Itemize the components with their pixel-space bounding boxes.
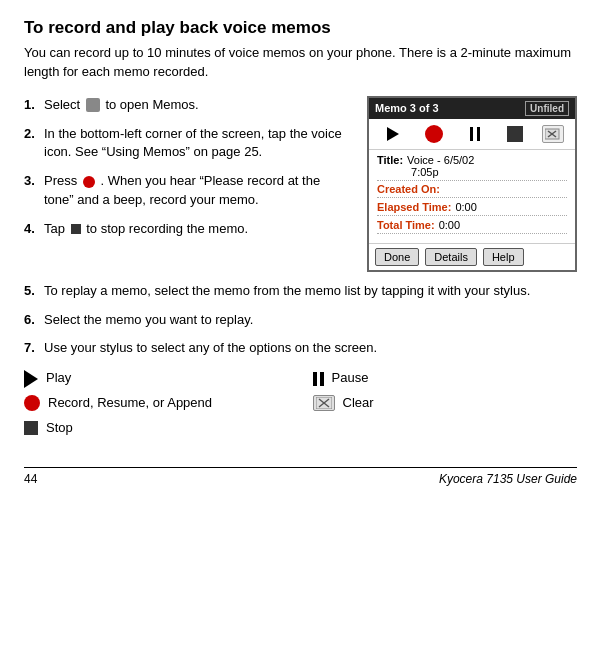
- svg-rect-1: [470, 127, 473, 141]
- device-footer: Done Details Help: [369, 243, 575, 270]
- play-legend-item: Play: [24, 368, 289, 389]
- step-1-num: 1.: [24, 96, 40, 115]
- clear-label: Clear: [343, 393, 374, 414]
- elapsed-row: Elapsed Time: 0:00: [377, 201, 567, 216]
- step-3-press: Press: [44, 173, 77, 188]
- record-legend-item: Record, Resume, or Append: [24, 393, 289, 414]
- clear-icon: [313, 395, 335, 411]
- pause-icon: [313, 371, 324, 387]
- help-button[interactable]: Help: [483, 248, 524, 266]
- step-7: 7. Use your stylus to select any of the …: [24, 339, 577, 358]
- created-label: Created On:: [377, 183, 440, 195]
- step-1-text-after: to open Memos.: [105, 97, 198, 112]
- stop-icon: [24, 421, 38, 435]
- step-4-tap: Tap: [44, 221, 65, 236]
- intro-text: You can record up to 10 minutes of voice…: [24, 44, 577, 82]
- step-5-num: 5.: [24, 282, 40, 301]
- created-row: Created On:: [377, 183, 567, 198]
- icon-legend: Play Pause Record, Resume, or Append Cle…: [24, 368, 577, 438]
- content-area: 1. Select to open Memos. 2. In the botto…: [24, 96, 577, 272]
- step-1: 1. Select to open Memos.: [24, 96, 349, 115]
- step-2-num: 2.: [24, 125, 40, 163]
- step-6-num: 6.: [24, 311, 40, 330]
- stop-button[interactable]: [507, 126, 523, 142]
- clear-legend-item: Clear: [313, 393, 578, 414]
- record-label: Record, Resume, or Append: [48, 393, 212, 414]
- step-1-text-before: Select: [44, 97, 80, 112]
- step-6: 6. Select the memo you want to replay.: [24, 311, 577, 330]
- page-footer: 44 Kyocera 7135 User Guide: [24, 467, 577, 486]
- step-4-text-after: to stop recording the memo.: [86, 221, 248, 236]
- play-icon: [24, 370, 38, 388]
- page-title: To record and play back voice memos: [24, 18, 577, 38]
- memo-icon: [86, 98, 100, 112]
- done-button[interactable]: Done: [375, 248, 419, 266]
- pause-label: Pause: [332, 368, 369, 389]
- stop-label: Stop: [46, 418, 73, 439]
- device-header: Memo 3 of 3 Unfiled: [369, 98, 575, 119]
- elapsed-label: Elapsed Time:: [377, 201, 451, 213]
- title-value: Voice - 6/5/02 7:05p: [407, 154, 474, 178]
- elapsed-value: 0:00: [455, 201, 476, 213]
- svg-marker-0: [387, 127, 399, 141]
- clear-button[interactable]: [542, 125, 564, 143]
- step-3-num: 3.: [24, 172, 40, 210]
- device-header-title: Memo 3 of 3: [375, 102, 439, 114]
- step-3: 3. Press . When you hear “Please record …: [24, 172, 349, 210]
- title-row: Title: Voice - 6/5/02 7:05p: [377, 154, 567, 181]
- details-button[interactable]: Details: [425, 248, 477, 266]
- svg-rect-2: [477, 127, 480, 141]
- lower-steps: 5. To replay a memo, select the memo fro…: [24, 282, 577, 359]
- step-7-num: 7.: [24, 339, 40, 358]
- total-label: Total Time:: [377, 219, 435, 231]
- step-4-num: 4.: [24, 220, 40, 239]
- total-row: Total Time: 0:00: [377, 219, 567, 234]
- page-number: 44: [24, 472, 37, 486]
- device-controls: [369, 119, 575, 150]
- play-label: Play: [46, 368, 71, 389]
- step-5: 5. To replay a memo, select the memo fro…: [24, 282, 577, 301]
- step-4-text: Tap to stop recording the memo.: [44, 220, 349, 239]
- step-2: 2. In the bottom-left corner of the scre…: [24, 125, 349, 163]
- step-7-text: Use your stylus to select any of the opt…: [44, 339, 577, 358]
- step-3-text: Press . When you hear “Please record at …: [44, 172, 349, 210]
- step-1-text: Select to open Memos.: [44, 96, 349, 115]
- steps-column: 1. Select to open Memos. 2. In the botto…: [24, 96, 349, 272]
- device-unfiled-badge: Unfiled: [525, 101, 569, 116]
- device-panel: Memo 3 of 3 Unfiled: [367, 96, 577, 272]
- brand-name: Kyocera 7135 User Guide: [439, 472, 577, 486]
- title-label: Title:: [377, 154, 403, 166]
- device-body: Title: Voice - 6/5/02 7:05p Created On: …: [369, 150, 575, 243]
- record-icon-inline: [83, 176, 95, 188]
- step-4: 4. Tap to stop recording the memo.: [24, 220, 349, 239]
- step-2-text: In the bottom-left corner of the screen,…: [44, 125, 349, 163]
- total-value: 0:00: [439, 219, 460, 231]
- record-icon: [24, 395, 40, 411]
- pause-legend-item: Pause: [313, 368, 578, 389]
- pause-button[interactable]: [462, 124, 488, 144]
- stop-legend-item: Stop: [24, 418, 289, 439]
- step-5-text: To replay a memo, select the memo from t…: [44, 282, 577, 301]
- step-6-text: Select the memo you want to replay.: [44, 311, 577, 330]
- stop-icon-inline: [71, 224, 81, 234]
- play-button[interactable]: [380, 124, 406, 144]
- record-button[interactable]: [425, 125, 443, 143]
